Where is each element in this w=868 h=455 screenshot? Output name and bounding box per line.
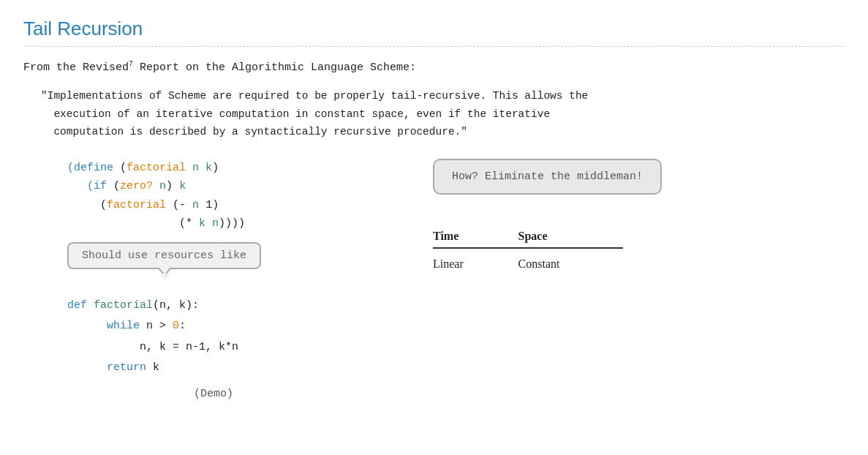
- title-divider: [23, 46, 845, 47]
- callout-box: Should use resources like: [67, 242, 261, 269]
- scheme-k-val: k: [179, 180, 186, 192]
- scheme-factorial-rec: factorial: [107, 199, 166, 211]
- intro-text-start: From the Revised: [23, 61, 129, 74]
- demo-label[interactable]: (Demo): [23, 388, 404, 400]
- table-header-time: Time: [433, 225, 518, 248]
- callout-text: Should use resources like: [82, 249, 246, 262]
- right-column: How? Eliminate the middleman! Time Space…: [433, 159, 845, 275]
- scheme-code-block: (define (factorial n k) (if (zero? n) k …: [23, 159, 404, 233]
- scheme-param-n: n: [192, 162, 199, 174]
- scheme-k2: k: [199, 217, 205, 230]
- scheme-param-k: k: [205, 162, 212, 174]
- table-area: Time Space Linear Constant: [433, 225, 845, 275]
- quote-block: "Implementations of Scheme are required …: [41, 87, 845, 141]
- scheme-n3: n: [212, 217, 219, 230]
- scheme-zero-n: n: [159, 180, 166, 192]
- table-row: Linear Constant: [433, 248, 623, 275]
- scheme-define-kw: (define: [67, 162, 113, 174]
- scheme-fn-name: factorial: [127, 162, 186, 174]
- scheme-n2: n: [192, 199, 199, 211]
- intro-paragraph: From the Revised7 Report on the Algorith…: [23, 60, 845, 74]
- scheme-zero-fn: zero?: [120, 180, 153, 192]
- table-header-space: Space: [518, 225, 623, 248]
- intro-text-end: Report on the Algorithmic Language Schem…: [133, 61, 416, 74]
- py-return-kw: return: [107, 361, 146, 374]
- main-content: (define (factorial n k) (if (zero? n) k …: [23, 159, 845, 400]
- scheme-if-kw: (if: [87, 180, 107, 192]
- py-while-kw: while: [107, 320, 140, 332]
- py-fn-name: factorial: [94, 299, 153, 312]
- left-column: (define (factorial n k) (if (zero? n) k …: [23, 159, 404, 400]
- py-zero: 0: [173, 320, 179, 332]
- page-title: Tail Recursion: [23, 18, 845, 40]
- py-def-kw: def: [67, 299, 87, 312]
- callout-container: Should use resources like: [23, 242, 404, 281]
- table-cell-constant: Constant: [518, 248, 623, 275]
- scheme-open-paren: (: [120, 162, 127, 174]
- resource-table: Time Space Linear Constant: [433, 225, 623, 275]
- python-code-block: def factorial(n, k): while n > 0: n, k =…: [23, 296, 404, 379]
- table-cell-linear: Linear: [433, 248, 518, 275]
- how-box: How? Eliminate the middleman!: [433, 159, 662, 195]
